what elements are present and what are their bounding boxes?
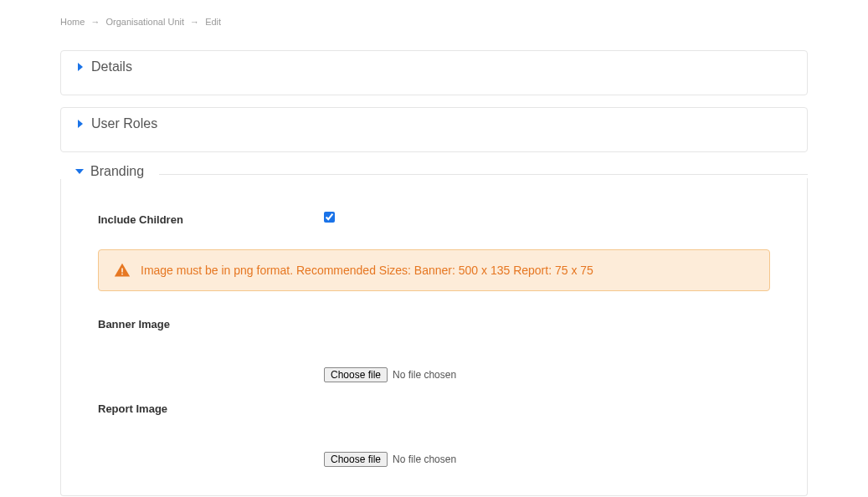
panel-user-roles-header[interactable]: User Roles [61,108,807,140]
breadcrumb-separator: → [90,17,100,27]
image-format-alert: Image must be in png format. Recommended… [98,249,770,291]
banner-image-section: Banner Image Choose file No file chosen [98,318,770,382]
include-children-label: Include Children [98,212,324,226]
chevron-down-icon [72,167,84,176]
chevron-right-icon [73,63,85,71]
panel-branding-body: Include Children Image must be in png fo… [61,203,807,495]
breadcrumb: Home → Organisational Unit → Edit [60,17,808,27]
report-choose-file-button[interactable]: Choose file [324,452,388,467]
breadcrumb-current: Edit [205,17,221,27]
banner-image-control: Choose file No file chosen [324,367,770,382]
panel-branding-title: Branding [90,164,151,179]
include-children-checkbox[interactable] [324,212,335,223]
breadcrumb-home[interactable]: Home [60,17,85,27]
panel-user-roles: User Roles [60,107,808,152]
panel-branding: Branding Include Children Image must be … [60,164,808,497]
report-image-label: Report Image [98,402,324,415]
include-children-row: Include Children [98,212,770,226]
warning-icon [114,262,131,279]
svg-rect-1 [121,274,123,275]
breadcrumb-separator: → [190,17,199,27]
panel-details-title: Details [91,59,139,74]
report-image-control: Choose file No file chosen [324,452,770,467]
panel-details-header[interactable]: Details [61,51,807,83]
chevron-right-icon [73,120,85,128]
report-file-status: No file chosen [393,453,456,465]
alert-message: Image must be in png format. Recommended… [141,264,593,277]
panel-details: Details [60,50,808,95]
breadcrumb-org-unit[interactable]: Organisational Unit [105,17,184,27]
svg-rect-0 [121,269,123,273]
panel-branding-header[interactable]: Branding [60,164,808,179]
banner-file-status: No file chosen [393,369,456,381]
panel-user-roles-title: User Roles [91,116,164,131]
banner-image-label: Banner Image [98,318,324,330]
report-image-section: Report Image Choose file No file chosen [98,402,770,467]
banner-choose-file-button[interactable]: Choose file [324,367,388,382]
